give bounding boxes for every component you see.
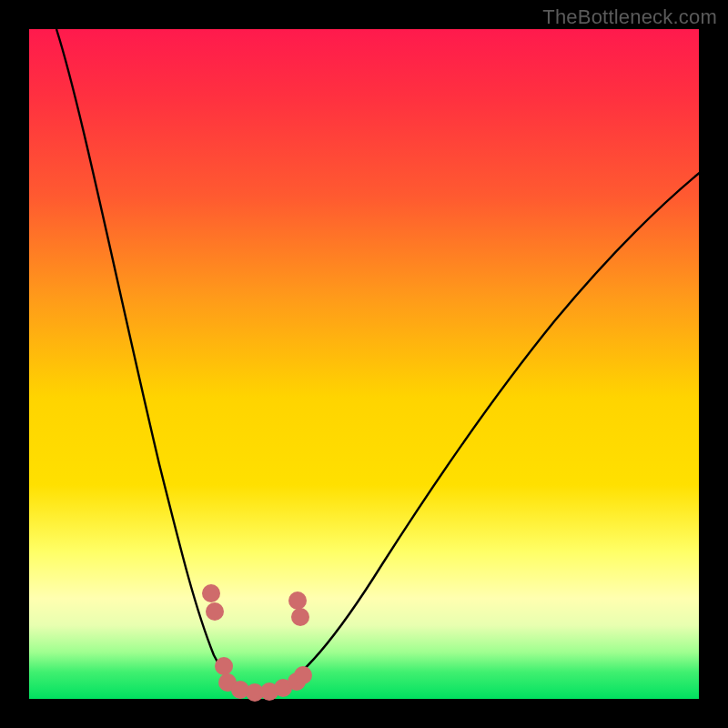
marker-group	[202, 584, 312, 702]
marker-dot	[294, 666, 312, 684]
watermark-text: TheBottleneck.com	[542, 5, 717, 29]
chart-svg	[0, 0, 728, 728]
marker-dot	[291, 608, 309, 626]
marker-dot	[206, 602, 224, 621]
marker-dot	[215, 657, 233, 675]
marker-dot	[202, 584, 220, 602]
bottleneck-curve	[56, 29, 728, 693]
chart-frame: TheBottleneck.com	[0, 0, 728, 728]
marker-dot	[288, 592, 307, 610]
